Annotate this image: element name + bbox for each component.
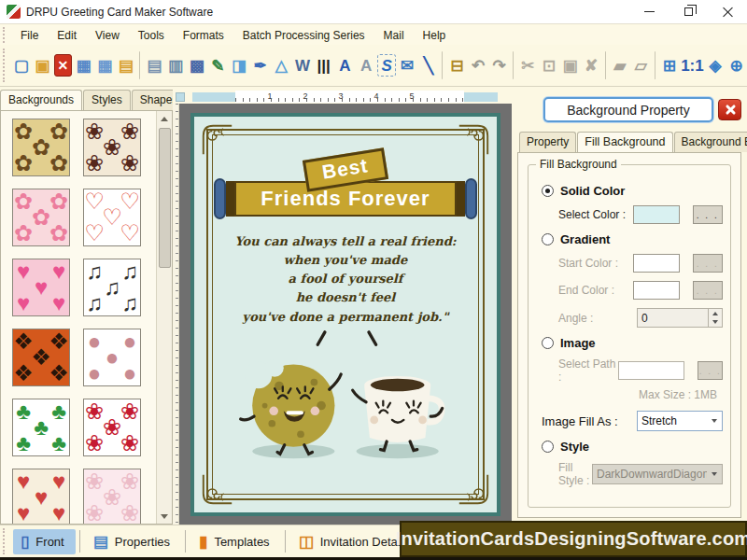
restore-icon [684, 7, 693, 16]
undo-icon[interactable]: ↶ [469, 52, 488, 78]
right-panel-tab[interactable]: Fill Background [577, 132, 672, 152]
start-color-swatch [633, 254, 680, 273]
menu-item[interactable]: Formats [174, 27, 233, 44]
barcode-icon[interactable]: ||| [314, 52, 333, 78]
radio-icon [542, 337, 554, 349]
scroll-down-icon[interactable] [158, 509, 172, 524]
background-property-button[interactable]: Background Property [543, 97, 713, 122]
fit-page-icon[interactable]: ◈ [706, 52, 726, 78]
bring-front-icon[interactable]: ▰ [610, 52, 629, 78]
zoom-in-icon[interactable]: ⊕ [726, 52, 746, 78]
save-icon[interactable]: ▦ [74, 52, 93, 78]
quote-line: You can always tell a real friend: [234, 232, 456, 251]
thumb-paisley[interactable]: ❀ [83, 119, 141, 176]
solid-color-radio[interactable]: Solid Color [542, 184, 723, 198]
thumb-dancing-figures[interactable]: ♫ [83, 259, 141, 316]
properties-button[interactable]: ▤ Properties [86, 529, 181, 554]
database-icon[interactable]: ⊟ [447, 52, 467, 78]
minimize-button[interactable] [629, 0, 669, 23]
panel-close-button[interactable] [718, 99, 741, 120]
thumb-hearts-collage[interactable]: ♥ [12, 469, 70, 524]
sep-2[interactable] [442, 51, 444, 79]
select-color-swatch[interactable] [633, 205, 680, 224]
card-preview-area: 1 2 3 4 5 Best F [173, 90, 512, 525]
style-radio[interactable]: Style [542, 440, 723, 454]
thumb-heart-outlines[interactable]: ♡ [83, 189, 141, 246]
gradient-radio[interactable]: Gradient [542, 232, 723, 246]
thumb-green-leaf[interactable]: ♣ [12, 399, 70, 456]
toolbar-grip [3, 528, 7, 553]
menu-item[interactable]: Edit [48, 27, 86, 44]
select-color-label: Select Color : [558, 208, 633, 221]
spin-down-icon [709, 318, 722, 328]
menu-item[interactable]: File [11, 27, 48, 44]
edit-image-icon[interactable]: ✎ [208, 52, 228, 78]
save-as-icon[interactable]: ▦ [95, 52, 115, 78]
left-panel-tab[interactable]: Backgrounds [0, 90, 82, 110]
image-radio[interactable]: Image [542, 336, 723, 350]
card-copies-icon[interactable]: ▩ [187, 52, 206, 78]
print-icon[interactable]: ▥ [166, 52, 186, 78]
templates-button[interactable]: ▮ Templates [191, 529, 281, 554]
scrollbar-thumb[interactable] [159, 128, 171, 268]
menu-item[interactable]: Batch Processing Series [233, 27, 374, 44]
menu-item[interactable]: Help [414, 27, 456, 44]
radio-icon [542, 441, 554, 453]
page-setup-icon[interactable]: ▤ [145, 52, 164, 78]
card-banner-friends-forever: Friends Forever [234, 181, 457, 217]
title-bar: DRPU Greeting Card Maker Software [0, 0, 747, 24]
close-file-icon[interactable]: ✕ [54, 54, 72, 77]
image-fill-as-dropdown[interactable]: Stretch [637, 411, 723, 431]
thumbnail-scrollbar[interactable] [156, 111, 172, 524]
signature-icon[interactable]: S [377, 54, 395, 77]
select-path-label: Select Path : [558, 357, 618, 384]
sep-1[interactable] [139, 51, 141, 79]
menu-item[interactable]: Mail [374, 27, 414, 44]
select-path-browse-button: . . . [698, 361, 723, 380]
cookie-character [241, 358, 342, 454]
send-back-icon[interactable]: ▱ [631, 52, 651, 78]
copy-icon[interactable]: ⊡ [540, 52, 559, 78]
cut-icon[interactable]: ✂ [518, 52, 538, 78]
right-panel-tab[interactable]: Background Effects [674, 132, 747, 152]
text-icon[interactable]: A [335, 52, 355, 78]
menu-item[interactable]: Tools [129, 27, 174, 44]
grid-icon[interactable]: ⊞ [659, 52, 679, 78]
sep-3[interactable] [513, 51, 514, 79]
menu-item[interactable]: View [86, 27, 129, 44]
front-button[interactable]: ▯ Front [13, 529, 76, 554]
right-panel-tabs: Property Fill Background Background Effe… [519, 132, 741, 152]
sep-5[interactable] [655, 51, 656, 79]
delete-icon[interactable]: ✘ [582, 52, 601, 78]
mail-icon[interactable]: ✉ [398, 52, 417, 78]
thumb-pink-elephant[interactable]: ● [83, 329, 141, 386]
thumb-pink-lace[interactable]: ❀ [83, 469, 141, 524]
restore-button[interactable] [669, 0, 708, 23]
thumb-gold-floral[interactable]: ✿ [12, 119, 70, 176]
actual-size-icon[interactable]: 1:1 [681, 52, 704, 78]
open-file-icon[interactable]: ▣ [33, 52, 52, 78]
thumb-pink-hearts[interactable]: ♥ [12, 259, 70, 316]
close-button[interactable] [708, 0, 747, 23]
thumb-pink-flowers[interactable]: ✿ [12, 189, 70, 246]
draw-line-icon[interactable]: ╲ [419, 52, 439, 78]
new-document-icon[interactable]: ▢ [11, 52, 31, 78]
thumb-rose-petals[interactable]: ❀ [83, 399, 141, 456]
select-color-browse-button[interactable]: . . . [693, 205, 723, 224]
paste-icon[interactable]: ▣ [560, 52, 580, 78]
shapes-icon[interactable]: △ [272, 52, 291, 78]
left-panel-tab[interactable]: Styles [83, 90, 131, 110]
watermark-icon[interactable]: W [293, 52, 313, 78]
vertical-ruler [173, 104, 179, 525]
open-template-icon[interactable]: ▤ [117, 52, 136, 78]
background-property-panel: Background Property Property Fill Backgr… [512, 90, 747, 525]
insert-image-icon[interactable]: ◨ [230, 52, 249, 78]
greeting-card[interactable]: Best Friends Forever You can always tell… [190, 113, 500, 516]
right-panel-tab[interactable]: Property [519, 132, 576, 152]
pen-icon[interactable]: ✒ [250, 52, 270, 78]
scroll-up-icon[interactable] [158, 111, 172, 126]
redo-icon[interactable]: ↷ [489, 52, 509, 78]
thumb-tribal-ganesha[interactable]: ❖ [12, 329, 70, 386]
text-art-icon[interactable]: A [357, 52, 376, 78]
sep-4[interactable] [605, 51, 607, 79]
